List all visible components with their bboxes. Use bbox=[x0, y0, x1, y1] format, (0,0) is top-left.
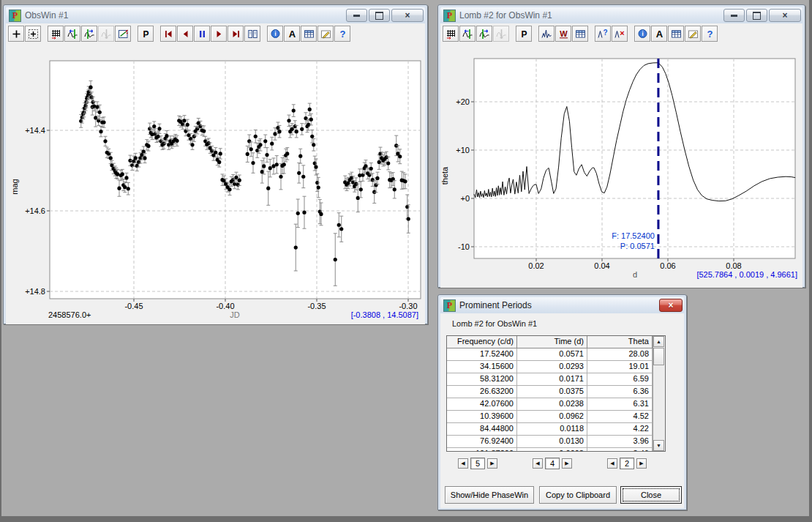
pager-2-value[interactable]: 4 bbox=[545, 458, 560, 469]
data-table-button[interactable] bbox=[301, 26, 317, 42]
find-peak-button[interactable]: ? bbox=[595, 26, 611, 42]
table-row[interactable]: 34.156000.029319.01 bbox=[447, 361, 665, 373]
cell: 6.31 bbox=[587, 398, 653, 411]
zoom-region-button[interactable] bbox=[25, 26, 41, 42]
data-point bbox=[263, 139, 267, 143]
help-button[interactable]: ? bbox=[702, 26, 718, 42]
column-header-2[interactable]: Time (d) bbox=[517, 336, 587, 348]
table-row[interactable]: 42.076000.02386.31 bbox=[447, 398, 665, 411]
set-left-boundary-button[interactable] bbox=[64, 26, 80, 42]
lomb-maximize-button[interactable] bbox=[746, 9, 767, 22]
font-button[interactable]: A bbox=[651, 26, 667, 42]
obs-plot-area[interactable] bbox=[50, 61, 421, 299]
info-button[interactable]: i bbox=[634, 26, 650, 42]
reset-boundaries-icon bbox=[101, 29, 112, 40]
period-analysis-button[interactable]: P bbox=[138, 26, 154, 42]
obswin-maximize-button[interactable] bbox=[369, 9, 390, 22]
lomb-window: P Lomb #2 for ObsWin #1 × PW?×iA? F: 17.… bbox=[437, 4, 805, 288]
last-window-button[interactable] bbox=[228, 26, 244, 42]
pager-2-left-button[interactable]: ◀ bbox=[533, 458, 543, 469]
grid-button[interactable] bbox=[443, 26, 459, 42]
edit-observations-button[interactable] bbox=[115, 26, 131, 42]
data-point bbox=[251, 161, 255, 165]
lomb-close-button[interactable]: × bbox=[769, 9, 801, 22]
lomb-titlebar[interactable]: P Lomb #2 for ObsWin #1 × bbox=[440, 7, 802, 23]
period-analysis-button[interactable]: P bbox=[516, 26, 532, 42]
lomb-minimize-button[interactable] bbox=[723, 9, 745, 22]
period-table-button[interactable] bbox=[572, 26, 588, 42]
scroll-up-button[interactable]: ▲ bbox=[653, 336, 664, 347]
data-point bbox=[246, 152, 249, 156]
set-left-boundary-button[interactable] bbox=[459, 26, 475, 42]
annotate-button[interactable] bbox=[317, 26, 334, 42]
observations-list-button[interactable] bbox=[244, 26, 260, 42]
zoom-in-button[interactable] bbox=[8, 26, 24, 42]
cell: 0.0962 bbox=[517, 411, 587, 423]
scrollbar-thumb[interactable] bbox=[653, 348, 664, 365]
copy-to-clipboard-button[interactable]: Copy to Clipboard bbox=[539, 486, 617, 504]
cell: 0.0293 bbox=[517, 361, 587, 373]
font-button[interactable]: A bbox=[284, 26, 300, 42]
prominent-periods-button[interactable] bbox=[538, 26, 555, 42]
dialog-titlebar[interactable]: P Prominent Periods × bbox=[440, 297, 684, 313]
column-header-1[interactable]: Frequency (c/d) bbox=[447, 336, 517, 348]
y-axis-title: theta bbox=[440, 166, 449, 184]
data-point bbox=[143, 156, 146, 160]
table-row[interactable]: 10.396000.09624.52 bbox=[447, 411, 665, 423]
pager-3-value[interactable]: 2 bbox=[620, 458, 634, 469]
next-window-button[interactable] bbox=[211, 26, 227, 42]
show-hide-phasewin-button[interactable]: Show/Hide PhaseWin bbox=[445, 486, 534, 504]
obswin-titlebar[interactable]: P ObsWin #1 × bbox=[6, 7, 425, 23]
pager-1-right-button[interactable]: ▶ bbox=[487, 458, 497, 469]
obswin-toolbar: PiA? bbox=[6, 23, 425, 44]
set-right-boundary-button[interactable] bbox=[476, 26, 492, 42]
column-header-3[interactable]: Theta bbox=[587, 336, 653, 348]
data-point bbox=[339, 227, 343, 231]
data-point bbox=[314, 165, 317, 168]
pager-2: ◀4▶ bbox=[533, 458, 572, 469]
info-button[interactable]: i bbox=[267, 26, 283, 42]
obswin-minimize-button[interactable] bbox=[346, 9, 367, 22]
set-right-boundary-button[interactable] bbox=[81, 26, 97, 42]
scroll-down-button[interactable]: ▼ bbox=[653, 440, 664, 451]
table-row[interactable]: 76.924000.01303.96 bbox=[447, 436, 665, 448]
delete-peak-button[interactable]: × bbox=[612, 26, 628, 42]
pager-1-value[interactable]: 5 bbox=[470, 458, 485, 469]
obswin-close-button[interactable]: × bbox=[391, 9, 424, 22]
pager-1-left-button[interactable]: ◀ bbox=[458, 458, 468, 469]
data-table-button[interactable] bbox=[668, 26, 684, 42]
zoom-in-icon bbox=[11, 29, 22, 40]
table-row[interactable]: 84.448000.01184.22 bbox=[447, 423, 665, 436]
data-point bbox=[375, 176, 379, 180]
table-scrollbar[interactable]: ▲▼ bbox=[653, 336, 665, 451]
lomb-toolbar: PW?×iA? bbox=[440, 23, 802, 44]
previous-window-button[interactable] bbox=[177, 26, 193, 42]
table-row[interactable]: 58.312000.01716.59 bbox=[447, 373, 665, 386]
pager-3-right-button[interactable]: ▶ bbox=[636, 458, 647, 469]
period-table-icon bbox=[575, 29, 586, 40]
data-point bbox=[393, 187, 396, 191]
data-point bbox=[83, 104, 87, 108]
table-row[interactable]: 26.632000.03756.36 bbox=[447, 386, 665, 398]
cell: 0.0238 bbox=[517, 398, 587, 411]
screen-edge-right bbox=[809, 0, 812, 522]
grid-button[interactable] bbox=[48, 26, 64, 42]
x-axis-tick-label: 0.04 bbox=[594, 261, 609, 270]
first-window-button[interactable] bbox=[160, 26, 176, 42]
close-button[interactable]: Close bbox=[620, 486, 682, 504]
pause-button[interactable] bbox=[194, 26, 210, 42]
pager-3-left-button[interactable]: ◀ bbox=[607, 458, 617, 469]
table-row[interactable]: 101.872000.00983.46 bbox=[447, 448, 665, 452]
lomb-plot-area[interactable] bbox=[474, 59, 795, 258]
phase-window-button[interactable]: W bbox=[555, 26, 571, 42]
pager-2-right-button[interactable]: ▶ bbox=[562, 458, 572, 469]
annotate-button[interactable] bbox=[685, 26, 701, 42]
data-point bbox=[152, 124, 156, 128]
help-button[interactable]: ? bbox=[334, 26, 350, 42]
dialog-close-button[interactable]: × bbox=[659, 299, 683, 312]
data-point bbox=[279, 175, 282, 179]
table-row[interactable]: 17.524000.057128.08 bbox=[447, 348, 665, 361]
edit-observations-icon bbox=[118, 29, 129, 40]
data-point bbox=[298, 154, 302, 158]
data-point bbox=[292, 108, 296, 112]
